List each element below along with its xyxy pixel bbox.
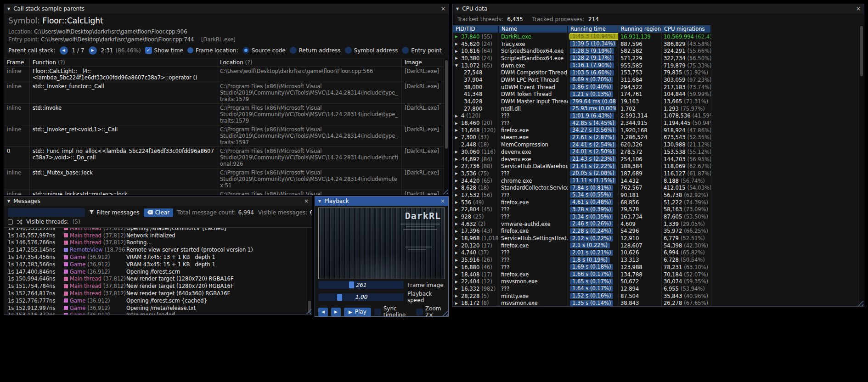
cpu-row[interactable]: ▶28,228(5)mintty.exe1.52 s (0.16%)87,504… bbox=[453, 292, 864, 300]
cpu-row[interactable]: ▶18,460(20)???42.85 s (4.45%)2,344,9151,… bbox=[453, 119, 864, 127]
cpu-row[interactable]: ▶18,408(17)firefox.exe1.66 s (0.17%)134,… bbox=[453, 271, 864, 278]
chevron-right-icon[interactable]: ▶ bbox=[455, 34, 459, 39]
call-stack-titlebar[interactable]: ▼ Call stack sample parents × bbox=[4, 4, 449, 13]
cpu-row[interactable]: ▼13,072(65)dwm.exe1:16.1 (7.90%)955,5857… bbox=[453, 62, 864, 69]
chevron-right-icon[interactable]: ▶ bbox=[455, 200, 459, 204]
sync-timeline-option[interactable]: Sync timeline bbox=[374, 305, 413, 317]
call-stack-row[interactable]: inlineFloor::CalcLight::__l4::<lambda_5b… bbox=[4, 67, 449, 82]
show-time-option[interactable]: ✓ Show time bbox=[145, 47, 183, 54]
message-row[interactable]: 1s 152,776,777nsGame(36,912)Opening /for… bbox=[4, 297, 312, 304]
shuffle-icon[interactable] bbox=[17, 219, 23, 225]
chevron-right-icon[interactable]: ▶ bbox=[455, 164, 459, 169]
call-stack-row[interactable]: inlinestd::_Invoker_functor::_CallC:\Pro… bbox=[4, 82, 449, 104]
name-column-header[interactable]: Name bbox=[499, 25, 567, 33]
chevron-right-icon[interactable]: ▶ bbox=[455, 56, 459, 60]
cpu-row[interactable]: ▶18,968(1,018)ServiceHub.SettingsHost.ex… bbox=[453, 235, 864, 242]
cpu-migrations-column-header[interactable]: CPU migrations bbox=[661, 25, 710, 33]
collapse-arrow-icon[interactable]: ▼ bbox=[318, 199, 321, 203]
scrollbar-thumb[interactable] bbox=[445, 60, 448, 149]
zoom-checkbox[interactable] bbox=[416, 309, 423, 315]
cpu-row[interactable]: ▶8,628(18)StandardCollector.Service.e7.8… bbox=[453, 184, 864, 191]
chevron-right-icon[interactable]: ▶ bbox=[455, 186, 459, 190]
cpu-row[interactable]: 27,800ntdll.dll25.93 ms (0.00%)1,7021,29… bbox=[453, 105, 864, 112]
cpu-row[interactable]: 41,348DWM Token Thread1.21 s (0.13%)174,… bbox=[453, 91, 864, 98]
radio-source-code-button[interactable] bbox=[242, 47, 249, 54]
chevron-right-icon[interactable]: ▶ bbox=[455, 193, 459, 197]
chevron-right-icon[interactable]: ▶ bbox=[455, 294, 459, 298]
cpu-row[interactable]: ▶4,632(2)vmware-authd.exe2.46 s (0.26%)4… bbox=[453, 220, 864, 228]
messages-titlebar[interactable]: ▼ Messages × bbox=[4, 197, 312, 206]
cpu-row[interactable]: ▶7,300(37)steam.exe27.61 s (2.87%)1,286,… bbox=[453, 134, 864, 141]
cpu-row[interactable]: ▶45,620(24)Tracy.exe1:39.5 (10.34%)887,5… bbox=[453, 40, 864, 48]
message-row[interactable]: 1s 152,912,997nsGame(36,912)Opening /met… bbox=[4, 304, 312, 312]
sync-timeline-checkbox[interactable] bbox=[374, 309, 381, 315]
cpu-row[interactable]: ▶22,804(45)???3.78 s (0.39%)79,57858,163… bbox=[453, 206, 864, 213]
speed-slider[interactable]: 1.00 bbox=[318, 293, 404, 301]
cpu-titlebar[interactable]: ▼ CPU data × bbox=[453, 4, 864, 13]
radio-entry-point[interactable]: Entry point bbox=[402, 47, 441, 54]
chevron-right-icon[interactable]: ▶ bbox=[455, 229, 459, 233]
message-row[interactable]: 1s 147,383,566nsGame(36,912)VRAM 43x45: … bbox=[4, 261, 312, 268]
chevron-right-icon[interactable]: ▶ bbox=[455, 208, 459, 212]
message-row[interactable]: 1s 151,754,784nsMain thread(37,812)New r… bbox=[4, 282, 312, 290]
cpu-row[interactable]: ▶3,536(75)???20.05 s (2.08%)187,689116,1… bbox=[453, 170, 864, 177]
radio-source-code[interactable]: Source code bbox=[242, 47, 286, 54]
chevron-right-icon[interactable]: ▶ bbox=[455, 49, 459, 53]
cpu-row[interactable]: ▶30,060(116)devenv.exe24.01 s (2.50%)278… bbox=[453, 148, 864, 156]
frame-slider[interactable]: 261 bbox=[318, 281, 404, 289]
playback-titlebar[interactable]: ▼ Playback × bbox=[315, 197, 448, 206]
chevron-right-icon[interactable]: ▶ bbox=[455, 150, 459, 154]
radio-return-address[interactable]: Return address bbox=[290, 47, 341, 54]
message-row[interactable]: 1s 147,400,846nsGame(36,912)Opening /for… bbox=[4, 268, 312, 275]
previous-frame-button[interactable]: ◀ bbox=[318, 308, 328, 316]
cpu-row[interactable]: ▶10,816(64)ScriptedSandbox64.exe1:28.5 (… bbox=[453, 47, 864, 55]
cpu-row[interactable]: ▶16,332(982)???1.64 s (0.17%)12,8946,955… bbox=[453, 285, 864, 292]
show-time-checkbox[interactable]: ✓ bbox=[145, 47, 152, 54]
chevron-right-icon[interactable]: ▶ bbox=[455, 179, 459, 183]
chevron-right-icon[interactable]: ▶ bbox=[455, 236, 459, 241]
cpu-row[interactable]: ▶27,736(88)ServiceHub.DataWarehouse21.41… bbox=[453, 163, 864, 170]
chevron-right-icon[interactable]: ▶ bbox=[455, 222, 459, 226]
chevron-right-icon[interactable]: ▶ bbox=[455, 128, 459, 132]
next-call-stack-button[interactable]: ▶ bbox=[89, 46, 97, 55]
collapse-arrow-icon[interactable]: ▼ bbox=[7, 199, 10, 203]
cpu-row[interactable]: ▶4(120)???1:01.9 (6.43%)2,593,3141,078,5… bbox=[453, 112, 864, 120]
next-frame-button[interactable]: ▶ bbox=[331, 308, 341, 316]
cpu-row[interactable]: 38,000uDWM Event Thread3.86 s (0.40%)294… bbox=[453, 84, 864, 91]
call-stack-row[interactable]: 0std::_Func_impl_no_alloc<<lambda_5bc224… bbox=[4, 147, 449, 169]
radio-return-address-button[interactable] bbox=[290, 47, 297, 54]
prev-call-stack-button[interactable]: ◀ bbox=[60, 46, 68, 55]
radio-entry-point-button[interactable] bbox=[402, 47, 409, 54]
running-time-column-header[interactable]: Running time bbox=[568, 25, 618, 33]
chevron-right-icon[interactable]: ▶ bbox=[455, 272, 459, 276]
message-row[interactable]: 1s 147,354,456nsGame(36,912)VRAM 37x45: … bbox=[4, 253, 312, 261]
collapse-arrow-icon[interactable]: ▼ bbox=[456, 7, 459, 11]
chevron-right-icon[interactable]: ▶ bbox=[455, 114, 459, 118]
chevron-right-icon[interactable]: ▶ bbox=[455, 157, 459, 161]
call-stack-row[interactable]: inlinestd::invokeC:\Program Files (x86)\… bbox=[4, 104, 449, 125]
message-row[interactable]: 1s 145,557,997nsMain thread(37,812)Netwo… bbox=[4, 232, 312, 239]
close-icon[interactable]: × bbox=[441, 6, 445, 11]
chevron-right-icon[interactable]: ▶ bbox=[455, 280, 459, 284]
cpu-row[interactable]: ▶17,532(56)???5.34 s (0.55%)90,18156,738… bbox=[453, 191, 864, 199]
chevron-right-icon[interactable]: ▶ bbox=[455, 243, 459, 247]
message-row[interactable]: 1s 147,255,145nsRemoteView(18,796)Remote… bbox=[4, 246, 312, 253]
chevron-right-icon[interactable]: ▶ bbox=[455, 171, 459, 175]
cpu-row[interactable]: 34,028DWM Master Input Thread799.64 ms (… bbox=[453, 98, 864, 105]
cpu-row[interactable]: ▶37,840(55)DarkRL.exe1:45.3 (10.94%)16,9… bbox=[453, 33, 864, 40]
cpu-row[interactable]: ▶22,404(12)msvsmon.exe1.65 s (0.17%)50,6… bbox=[453, 278, 864, 285]
chevron-down-icon[interactable]: ▼ bbox=[455, 63, 459, 67]
message-filter-input[interactable] bbox=[8, 208, 85, 217]
chevron-right-icon[interactable]: ▶ bbox=[455, 258, 459, 262]
cpu-row[interactable]: ▶17,396(43)firefox.exe2.28 s (0.24%)54,2… bbox=[453, 228, 864, 235]
message-row[interactable]: 1s 153,116,377nsGame(36,912)Intro menu l… bbox=[4, 312, 312, 315]
collapse-arrow-icon[interactable]: ▼ bbox=[7, 7, 10, 11]
radio-symbol-address[interactable]: Symbol address bbox=[345, 47, 398, 54]
cpu-row[interactable]: ▶18,172(8)msvsmon.exe1.35 s (0.14%)38,84… bbox=[453, 299, 864, 306]
clear-button[interactable]: × Clear bbox=[144, 208, 173, 217]
call-stack-row[interactable]: inlinestd::_Invoker_ret<void,1>::_CallC:… bbox=[4, 125, 449, 147]
chevron-right-icon[interactable]: ▶ bbox=[455, 251, 459, 255]
close-icon[interactable]: × bbox=[856, 6, 861, 11]
running-regions-column-header[interactable]: Running regions bbox=[618, 25, 661, 33]
cpu-row[interactable]: 37,904DWM LPC Port Thread6.69 s (0.70%)3… bbox=[453, 76, 864, 84]
